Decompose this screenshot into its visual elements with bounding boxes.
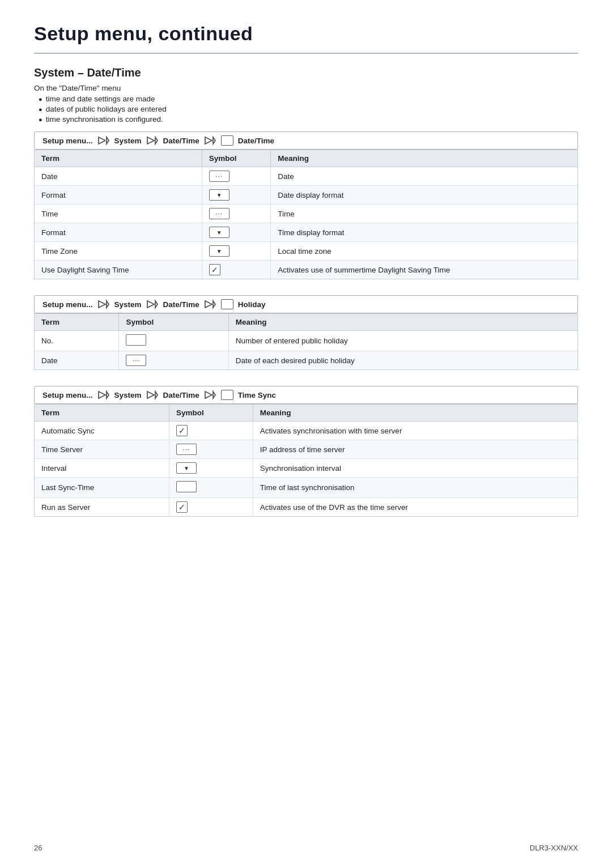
nav-datetime-1: Date/Time — [163, 137, 199, 145]
page-footer: 26 DLR3-XXN/XX — [34, 844, 578, 852]
svg-marker-12 — [213, 301, 215, 308]
timesync-table-header: Term Symbol Meaning — [35, 405, 578, 422]
term-date-2: Date — [35, 351, 119, 370]
table-row: Time ··· Time — [35, 205, 578, 223]
dropdown-icon-2 — [209, 227, 230, 238]
nav-arrow-3a — [97, 390, 110, 400]
svg-marker-14 — [107, 392, 109, 398]
table-row: Format Time display format — [35, 223, 578, 242]
meaning-timezone: Local time zone — [271, 242, 578, 261]
term-auto-sync: Automatic Sync — [35, 422, 169, 440]
nav-datetime-2: Date/Time — [163, 300, 199, 309]
symbol-format-2 — [202, 223, 271, 242]
page-header: Setup menu, continued — [34, 23, 578, 54]
nav-timesync-dest: Time Sync — [238, 391, 276, 399]
timesync-section: Setup menu... System Date/Time — [34, 386, 578, 517]
dots-icon-4: ··· — [176, 444, 197, 455]
svg-marker-2 — [107, 137, 109, 144]
page: Setup menu, continued System – Date/Time… — [0, 0, 612, 868]
meaning-auto-sync: Activates synchronisation with time serv… — [253, 422, 577, 440]
svg-marker-10 — [155, 301, 158, 308]
col-meaning-2: Meaning — [228, 314, 577, 331]
meaning-run-as-server: Activates use of the DVR as the time ser… — [253, 498, 577, 517]
meaning-date-2: Date of each desired public holiday — [228, 351, 577, 370]
table-row: Date ··· Date of each desired public hol… — [35, 351, 578, 370]
holiday-table-header: Term Symbol Meaning — [35, 314, 578, 331]
col-term-3: Term — [35, 405, 169, 422]
term-last-sync: Last Sync-Time — [35, 478, 169, 498]
svg-marker-5 — [205, 137, 212, 144]
meaning-no: Number of entered public holiday — [228, 331, 577, 351]
term-dst: Use Daylight Saving Time — [35, 261, 202, 279]
meaning-format-1: Date display format — [271, 186, 578, 205]
svg-marker-4 — [155, 137, 158, 144]
nav-datetime-dest-1: Date/Time — [238, 137, 274, 145]
symbol-last-sync — [169, 478, 253, 498]
meaning-interval: Synchronisation interval — [253, 459, 577, 478]
term-time: Time — [35, 205, 202, 223]
model-number: DLR3-XXN/XX — [530, 844, 578, 852]
table-row: No. Number of entered public holiday — [35, 331, 578, 351]
nav-setup-menu-3: Setup menu... — [42, 391, 93, 399]
symbol-no — [119, 331, 228, 351]
nav-arrow-3b — [146, 390, 159, 400]
nav-arrow-2b — [146, 299, 159, 309]
svg-marker-16 — [155, 392, 158, 398]
symbol-format-1 — [202, 186, 271, 205]
timesync-table: Term Symbol Meaning Automatic Sync ✓ Act… — [34, 404, 578, 517]
dropdown-icon-1 — [209, 189, 230, 201]
table-row: Date ··· Date — [35, 167, 578, 186]
nav-arrow-3c — [204, 390, 216, 400]
checkbox-icon-2: ✓ — [176, 425, 188, 436]
nav-arrow-1b — [146, 135, 159, 146]
symbol-date-2: ··· — [119, 351, 228, 370]
symbol-time: ··· — [202, 205, 271, 223]
holiday-table: Term Symbol Meaning No. Number of entere… — [34, 313, 578, 370]
datetime-nav-bar: Setup menu... System Date/Time — [34, 131, 578, 150]
symbol-run-as-server: ✓ — [169, 498, 253, 517]
datetime-table-header: Term Symbol Meaning — [35, 150, 578, 167]
table-row: Use Daylight Saving Time ✓ Activates use… — [35, 261, 578, 279]
nav-setup-menu-2: Setup menu... — [42, 300, 93, 309]
table-row: Interval Synchronisation interval — [35, 459, 578, 478]
col-symbol-2: Symbol — [119, 314, 228, 331]
term-no: No. — [35, 331, 119, 351]
table-row: Automatic Sync ✓ Activates synchronisati… — [35, 422, 578, 440]
svg-marker-3 — [147, 137, 154, 144]
checkbox-icon-1: ✓ — [209, 264, 220, 275]
nav-page-icon-3 — [221, 390, 233, 400]
section-intro: On the "Date/Time" menu — [34, 84, 578, 92]
symbol-time-server: ··· — [169, 440, 253, 459]
svg-marker-0 — [99, 137, 105, 144]
nav-arrow-2c — [204, 299, 216, 309]
page-title: Setup menu, continued — [34, 23, 578, 45]
meaning-format-2: Time display format — [271, 223, 578, 242]
svg-marker-8 — [107, 301, 109, 308]
term-date: Date — [35, 167, 202, 186]
meaning-date: Date — [271, 167, 578, 186]
svg-marker-9 — [147, 301, 154, 308]
svg-marker-11 — [205, 301, 212, 308]
symbol-interval — [169, 459, 253, 478]
col-term-2: Term — [35, 314, 119, 331]
table-row: Time Zone Local time zone — [35, 242, 578, 261]
empty-box-icon-1 — [126, 334, 146, 346]
symbol-date: ··· — [202, 167, 271, 186]
symbol-dst: ✓ — [202, 261, 271, 279]
col-meaning-1: Meaning — [271, 150, 578, 167]
section-title: System – Date/Time — [34, 66, 578, 79]
dots-icon-2: ··· — [209, 208, 230, 219]
nav-system-1: System — [114, 137, 142, 145]
symbol-timezone — [202, 242, 271, 261]
meaning-last-sync: Time of last synchronisation — [253, 478, 577, 498]
nav-page-icon-2 — [221, 299, 233, 309]
bullet-item-1: time and date settings are made — [39, 95, 578, 103]
page-number: 26 — [34, 844, 42, 852]
col-symbol-3: Symbol — [169, 405, 253, 422]
svg-marker-15 — [147, 392, 154, 398]
svg-marker-6 — [213, 137, 215, 144]
dots-icon-3: ··· — [126, 355, 146, 366]
holiday-nav-bar: Setup menu... System Date/Time — [34, 295, 578, 313]
nav-system-3: System — [114, 391, 142, 399]
meaning-dst: Activates use of summertime Daylight Sav… — [271, 261, 578, 279]
